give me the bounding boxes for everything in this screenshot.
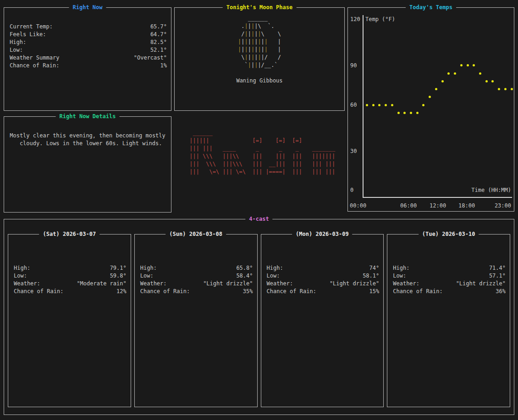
moon-ascii-art: ______ .||||\ `. /|||||\ \ ||||||||| | |… <box>238 15 281 69</box>
kv-row: Chance of Rain:1% <box>4 62 171 70</box>
temp-dot <box>479 72 481 75</box>
kv-row: Low:58.4° <box>135 272 257 280</box>
kv-row: Chance of Rain:12% <box>8 288 131 295</box>
x-axis-line <box>363 197 512 198</box>
moon-phase-panel: Tonight's Moon Phase ______ .||||\ `. /|… <box>174 7 345 111</box>
kv-value: 65.7° <box>150 23 167 31</box>
forecast-day-rows: High:74°Low:58.1°Weather:"Light drizzle"… <box>261 264 384 295</box>
temp-dot <box>467 64 469 66</box>
kv-label: Current Temp: <box>10 23 53 31</box>
temp-dot <box>422 104 424 106</box>
kv-label: Chance of Rain: <box>14 288 63 295</box>
forecast-day-panel: (Tue) 2026-03-10High:71.4°Low:57.1°Weath… <box>387 234 510 407</box>
kv-value: 1% <box>160 62 167 70</box>
kv-value: 58.4° <box>236 272 253 280</box>
kv-value: "Light drizzle" <box>330 280 379 288</box>
kv-row: Weather:"Moderate rain" <box>8 280 131 288</box>
temp-dot <box>435 88 437 90</box>
kv-row: High:65.8° <box>135 264 257 272</box>
kv-row: High:71.4° <box>387 264 510 272</box>
temp-dot <box>410 112 412 114</box>
y-tick-label: 60 <box>350 101 357 109</box>
todays-temps-panel: Today's Temps Temp (°F) Time (HH:MM) 120… <box>347 7 514 212</box>
kv-label: High: <box>14 264 30 272</box>
temps-plot: Temp (°F) Time (HH:MM) 120906030000:0006… <box>348 8 514 211</box>
forecast-days: (Sat) 2026-03-07High:79.1°Low:59.8°Weath… <box>8 234 510 407</box>
temp-dot <box>473 64 475 66</box>
y-axis-label: Temp (°F) <box>365 16 395 23</box>
forecast-day-panel: (Sun) 2026-03-08High:65.8°Low:58.4°Weath… <box>134 234 258 407</box>
kv-value: "Overcast" <box>134 54 167 62</box>
kv-value: 59.8° <box>110 272 127 280</box>
raijin-ascii-logo: ______ |||||| [=] [=] [=] ||| ||| ____ _… <box>186 129 335 176</box>
temp-dot <box>491 80 494 82</box>
kv-row: High:82.5° <box>4 38 171 46</box>
forecast-day-title: (Tue) 2026-03-10 <box>419 230 479 238</box>
kv-value: 82.5° <box>150 38 167 46</box>
kv-row: Weather:"Light drizzle" <box>387 280 510 288</box>
temp-dot <box>460 64 463 66</box>
y-tick-label: 0 <box>350 186 353 194</box>
right-now-title: Right Now <box>69 4 106 11</box>
x-tick-label: 12:00 <box>430 202 446 210</box>
kv-label: Chance of Rain: <box>393 288 442 295</box>
kv-label: Low: <box>14 272 27 280</box>
forecast-day-panel: (Mon) 2026-03-09High:74°Low:58.1°Weather… <box>261 234 384 407</box>
kv-row: Current Temp:65.7° <box>4 23 171 31</box>
kv-label: Chance of Rain: <box>267 288 316 295</box>
y-tick-label: 120 <box>350 16 360 23</box>
kv-value: 64.7° <box>150 31 167 38</box>
forecast-day-rows: High:71.4°Low:57.1°Weather:"Light drizzl… <box>387 264 510 295</box>
y-tick-label: 90 <box>350 62 357 70</box>
kv-value: 74° <box>369 264 380 272</box>
y-axis-line <box>363 15 364 198</box>
kv-label: Low: <box>393 272 406 280</box>
kv-row: Low:59.8° <box>8 272 131 280</box>
moon-phase-label: Waning Gibbous <box>175 77 344 85</box>
kv-value: 79.1° <box>110 264 127 272</box>
kv-row: Chance of Rain:15% <box>261 288 384 295</box>
kv-row: Low:52.1° <box>4 46 171 54</box>
kv-value: 12% <box>116 288 127 295</box>
kv-label: Weather: <box>14 280 40 288</box>
weather-terminal-dashboard: { "colors": { "background": "#1a1a1a", "… <box>0 0 518 420</box>
right-now-panel: Right Now Current Temp:65.7°Feels Like:6… <box>4 7 171 111</box>
kv-row: Chance of Rain:36% <box>387 288 510 295</box>
kv-label: Weather Summary <box>10 54 59 62</box>
x-tick-label: 06:00 <box>400 202 417 210</box>
forecast-day-rows: High:65.8°Low:58.4°Weather:"Light drizzl… <box>135 264 257 295</box>
kv-value: 52.1° <box>150 46 167 54</box>
forecast-panel: 4-cast (Sat) 2026-03-07High:79.1°Low:59.… <box>4 219 514 415</box>
forecast-day-title: (Sat) 2026-03-07 <box>39 230 100 238</box>
kv-row: Low:58.1° <box>261 272 384 280</box>
x-axis-label: Time (HH:MM) <box>471 186 511 194</box>
temp-dot <box>366 104 368 106</box>
forecast-day-title: (Mon) 2026-03-09 <box>292 230 353 238</box>
x-tick-label: 18:00 <box>458 202 475 210</box>
kv-value: 36% <box>496 288 506 295</box>
kv-row: Weather:"Light drizzle" <box>135 280 257 288</box>
y-tick-label: 30 <box>350 147 357 155</box>
temp-dot <box>372 104 375 106</box>
temp-dot <box>378 104 380 106</box>
right-now-rows: Current Temp:65.7°Feels Like:64.7°High:8… <box>4 23 171 70</box>
kv-value: 65.8° <box>236 264 253 272</box>
temp-dot <box>416 112 419 114</box>
forecast-day-title: (Sun) 2026-03-08 <box>165 230 226 238</box>
kv-label: Low: <box>267 272 280 280</box>
kv-row: Feels Like:64.7° <box>4 31 171 38</box>
kv-label: High: <box>10 38 26 46</box>
forecast-title: 4-cast <box>245 215 272 223</box>
right-now-details-title: Right Now Details <box>56 113 120 120</box>
temp-dot <box>391 104 393 106</box>
forecast-day-rows: High:79.1°Low:59.8°Weather:"Moderate rai… <box>8 264 131 295</box>
kv-label: High: <box>393 264 409 272</box>
kv-label: High: <box>267 264 283 272</box>
kv-label: Chance of Rain: <box>10 62 59 70</box>
kv-label: Low: <box>140 272 154 280</box>
temp-dot <box>385 104 387 106</box>
forecast-day-panel: (Sat) 2026-03-07High:79.1°Low:59.8°Weath… <box>8 234 131 407</box>
kv-label: Weather: <box>267 280 293 288</box>
kv-value: "Light drizzle" <box>203 280 253 288</box>
right-now-details-panel: Right Now Details Mostly clear this even… <box>4 116 171 213</box>
